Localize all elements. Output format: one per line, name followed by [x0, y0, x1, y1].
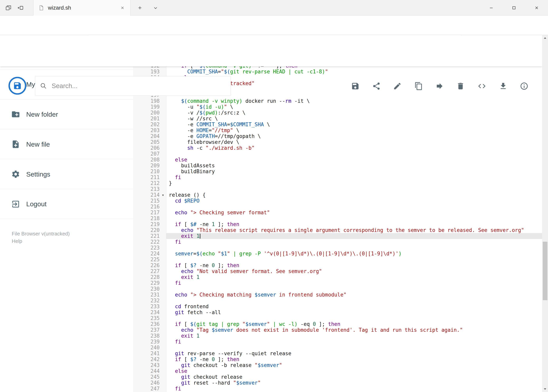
- sidebar-item-logout[interactable]: Logout: [0, 189, 133, 219]
- text-cursor: [200, 234, 200, 238]
- code-line[interactable]: cd $REPO: [166, 198, 542, 204]
- page-scrollbar[interactable]: [542, 35, 548, 392]
- tabs-set-aside-icon[interactable]: [3, 0, 14, 16]
- code-line[interactable]: echo "> Checking matching $semver in fro…: [166, 292, 542, 298]
- code-line[interactable]: [166, 216, 542, 221]
- code-line[interactable]: echo "Not valid semver format. See semve…: [166, 268, 542, 274]
- code-line[interactable]: git reset --hard "$semver": [166, 380, 542, 386]
- code-line[interactable]: echo "This release script requires a sin…: [166, 227, 542, 233]
- code-line[interactable]: sh -c "./wizard.sh -b": [166, 145, 542, 151]
- code-line[interactable]: fi: [166, 280, 542, 286]
- search-input[interactable]: [52, 82, 226, 90]
- code-line[interactable]: -e COMMIT_SHA=$COMMIT_SHA \: [166, 121, 542, 127]
- code-line[interactable]: release () {: [166, 192, 542, 198]
- download-button[interactable]: [497, 80, 509, 92]
- code-line[interactable]: filebrowser/dev \: [166, 139, 542, 145]
- tab-preview-chevron-icon[interactable]: [150, 0, 161, 16]
- sidebar-item-new-file[interactable]: New file: [0, 129, 133, 159]
- line-number: 246: [133, 380, 166, 386]
- line-number: 236: [133, 321, 166, 327]
- code-editor[interactable]: 1921931941951961971981992002012022032042…: [133, 66, 542, 392]
- code-line[interactable]: cd frontend: [166, 304, 542, 309]
- code-line[interactable]: COMMIT_SHA="$(git rev-parse HEAD | cut -…: [166, 69, 542, 75]
- code-line[interactable]: [166, 204, 542, 210]
- code-line[interactable]: [166, 286, 542, 292]
- fold-arrow-icon[interactable]: ▾: [160, 192, 166, 198]
- code-line[interactable]: echo "Tag $semver does not exist in subm…: [166, 327, 542, 333]
- line-number: 229: [133, 280, 166, 286]
- filebrowser-logo-icon[interactable]: [8, 76, 27, 95]
- code-line[interactable]: -u "$(id -u)" \: [166, 104, 542, 110]
- code-line[interactable]: [166, 345, 542, 350]
- search-box[interactable]: [35, 76, 231, 96]
- sidebar-item-new-folder[interactable]: New folder: [0, 99, 133, 129]
- code-line[interactable]: if [ $? -ne 0 ]; then: [166, 356, 542, 362]
- code-line[interactable]: else: [166, 368, 542, 374]
- maximize-button[interactable]: [503, 0, 525, 16]
- set-these-tabs-aside-icon[interactable]: [15, 0, 26, 16]
- tab-close-icon[interactable]: [118, 4, 127, 12]
- line-number: 216: [133, 204, 166, 210]
- line-number: 220: [133, 227, 166, 233]
- code-line[interactable]: -e GOPATH=//tmp/gopath \: [166, 133, 542, 139]
- code-line[interactable]: [166, 257, 542, 262]
- code-line[interactable]: exit 1: [166, 274, 542, 280]
- code-line[interactable]: exit 1: [166, 333, 542, 339]
- scrollbar-thumb[interactable]: [543, 242, 548, 300]
- code-line[interactable]: if [ $# -ne 1 ]; then: [166, 221, 542, 227]
- line-number: 214▾: [133, 192, 166, 198]
- editor-gutter-lines: 1921931941951961971981992002012022032042…: [133, 66, 166, 392]
- copy-button[interactable]: [413, 80, 424, 92]
- editor-code-lines[interactable]: if [ "$(command -v git)" != "" ]; then C…: [166, 66, 542, 392]
- code-line[interactable]: -w //src \: [166, 116, 542, 121]
- code-line[interactable]: $(command -v winpty) docker run --rm -it…: [166, 98, 542, 104]
- move-button[interactable]: [434, 80, 445, 92]
- code-line[interactable]: [166, 298, 542, 304]
- code-line[interactable]: buildBinary: [166, 168, 542, 174]
- code-line[interactable]: if [ "$(command -v git)" != "" ]; then: [166, 66, 542, 69]
- code-line[interactable]: git checkout -b release "$semver": [166, 362, 542, 368]
- code-line[interactable]: [166, 151, 542, 157]
- code-line[interactable]: echo "> Checking semver format": [166, 210, 542, 216]
- create-new-folder-icon: [11, 110, 20, 119]
- code-line[interactable]: git checkout release: [166, 374, 542, 380]
- code-line[interactable]: fi: [166, 239, 542, 245]
- code-line[interactable]: exit 1: [166, 233, 542, 239]
- line-number: 219: [133, 221, 166, 227]
- page-favicon-icon: [39, 5, 44, 11]
- scrollbar-down-icon[interactable]: [542, 386, 548, 392]
- code-line[interactable]: if [ $(git tag | grep "$semver" | wc -l)…: [166, 321, 542, 327]
- code-line[interactable]: git rev-parse --verify --quiet release: [166, 350, 542, 356]
- browser-tab[interactable]: wizard.sh: [33, 0, 131, 16]
- code-line[interactable]: }: [166, 180, 542, 186]
- minimize-button[interactable]: [480, 0, 503, 16]
- scrollbar-up-icon[interactable]: [542, 35, 548, 41]
- line-number: 200: [133, 110, 166, 116]
- new-tab-button[interactable]: [134, 0, 146, 16]
- code-line[interactable]: [166, 186, 542, 192]
- code-line[interactable]: semver=$(echo "$1" | grep -P '^v(0|[1-9]…: [166, 251, 542, 257]
- delete-button[interactable]: [455, 80, 466, 92]
- line-number: 218: [133, 216, 166, 221]
- code-line[interactable]: else: [166, 157, 542, 163]
- sidebar-item-settings[interactable]: Settings: [0, 159, 133, 189]
- code-line[interactable]: git fetch --all: [166, 309, 542, 315]
- save-button[interactable]: [349, 80, 361, 92]
- share-button[interactable]: [371, 80, 382, 92]
- source-code-button[interactable]: [476, 80, 488, 92]
- code-line[interactable]: if [ $? -ne 0 ]; then: [166, 262, 542, 268]
- info-button[interactable]: [518, 80, 530, 92]
- code-line[interactable]: fi: [166, 174, 542, 180]
- code-line[interactable]: fi: [166, 386, 542, 392]
- code-line[interactable]: [166, 315, 542, 321]
- help-link[interactable]: Help: [12, 237, 22, 245]
- code-line[interactable]: -v /$(pwd):/src:z \: [166, 110, 542, 116]
- close-window-button[interactable]: [525, 0, 548, 16]
- code-line[interactable]: fi: [166, 339, 542, 345]
- code-line[interactable]: -e HOME="//tmp" \: [166, 127, 542, 133]
- code-line[interactable]: buildAssets: [166, 163, 542, 168]
- sidebar: My files New folder New file Settings Lo…: [0, 66, 133, 392]
- code-line[interactable]: [166, 245, 542, 251]
- rename-button[interactable]: [391, 80, 403, 92]
- line-number: 211: [133, 174, 166, 180]
